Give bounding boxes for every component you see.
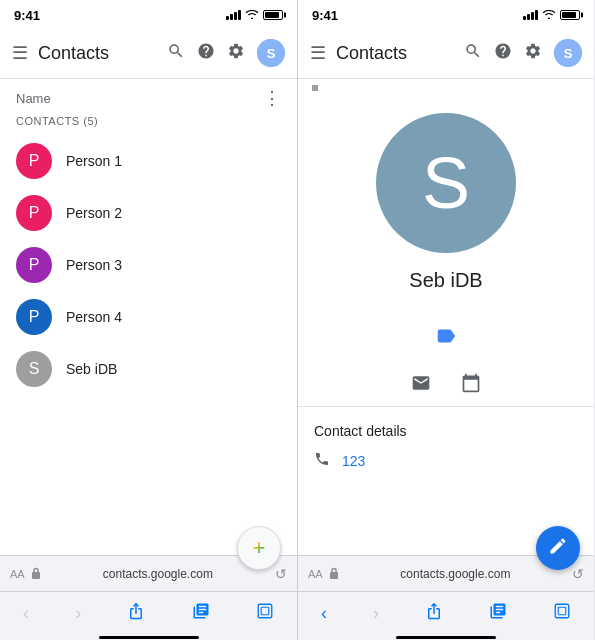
edit-contact-fab[interactable] <box>536 526 580 570</box>
left-header-icons: S <box>167 39 285 67</box>
contact-name-person4: Person 4 <box>66 309 122 325</box>
left-browser-lock-icon <box>31 567 41 581</box>
left-nav-bookmarks[interactable] <box>184 594 218 633</box>
right-browser-aa[interactable]: AA <box>308 568 323 580</box>
contact-name-seb: Seb iDB <box>66 361 117 377</box>
contact-details-section: Contact details 123 <box>298 415 594 482</box>
contact-avatar-seb: S <box>16 351 52 387</box>
right-browser-reload-icon[interactable]: ↺ <box>572 566 584 582</box>
add-contact-fab[interactable]: + <box>237 526 281 570</box>
contact-email-action[interactable] <box>410 372 432 394</box>
detail-divider <box>298 406 594 407</box>
left-nav-tabs[interactable] <box>248 594 282 633</box>
right-search-icon[interactable] <box>464 42 482 64</box>
left-wifi-icon <box>245 9 259 21</box>
right-battery-icon <box>560 10 580 20</box>
contact-avatar-person1: P <box>16 143 52 179</box>
right-app-header: ☰ Contacts S <box>298 28 594 78</box>
svg-rect-2 <box>32 572 40 579</box>
more-options-icon[interactable]: ⋮ <box>263 87 281 109</box>
right-avatar-inner: S <box>554 39 582 67</box>
contacts-count: CONTACTS (5) <box>0 113 297 135</box>
contact-large-avatar: S <box>376 113 516 253</box>
right-phone-panel: 9:41 ☰ Contacts <box>297 0 594 640</box>
svg-text:S: S <box>564 46 573 61</box>
contact-detail-content: S Seb iDB Contact details <box>298 79 594 555</box>
contact-avatar-letter: S <box>422 142 470 224</box>
contact-avatar-person4: P <box>16 299 52 335</box>
left-phone-panel: 9:41 ☰ Contacts <box>0 0 297 640</box>
contact-item-person4[interactable]: P Person 4 <box>0 291 297 343</box>
svg-rect-3 <box>258 604 272 618</box>
left-nav-share[interactable] <box>119 594 153 633</box>
right-home-bar <box>298 635 594 640</box>
contact-name-person1: Person 1 <box>66 153 122 169</box>
right-browser-url: contacts.google.com <box>345 567 566 581</box>
contact-details-title: Contact details <box>314 423 578 439</box>
left-search-icon[interactable] <box>167 42 185 64</box>
right-nav-bar: ‹ › <box>298 591 594 635</box>
contact-item-person2[interactable]: P Person 2 <box>0 187 297 239</box>
right-home-bar-line <box>396 636 496 639</box>
svg-rect-9 <box>558 607 566 615</box>
right-settings-icon[interactable] <box>524 42 542 64</box>
left-browser-reload-icon[interactable]: ↺ <box>275 566 287 582</box>
svg-rect-8 <box>555 604 569 618</box>
left-app-header: ☰ Contacts S <box>0 28 297 78</box>
right-browser-lock-icon <box>329 567 339 581</box>
left-nav-forward[interactable]: › <box>67 595 89 632</box>
right-nav-forward[interactable]: › <box>365 595 387 632</box>
contact-avatar-person3: P <box>16 247 52 283</box>
contact-item-person3[interactable]: P Person 3 <box>0 239 297 291</box>
right-nav-tabs[interactable] <box>545 594 579 633</box>
left-app-title: Contacts <box>38 43 157 64</box>
contact-action-icons <box>298 308 594 364</box>
left-browser-url: contacts.google.com <box>47 567 269 581</box>
right-user-avatar[interactable]: S <box>554 39 582 67</box>
sort-header: Name ⋮ <box>0 79 297 113</box>
contact-phone-row: 123 <box>314 447 578 474</box>
left-status-bar: 9:41 <box>0 0 297 28</box>
contact-avatar-person2: P <box>16 195 52 231</box>
right-nav-back[interactable]: ‹ <box>313 595 335 632</box>
right-wifi-icon <box>542 9 556 21</box>
left-user-avatar[interactable]: S <box>257 39 285 67</box>
left-settings-icon[interactable] <box>227 42 245 64</box>
sort-label: Name <box>16 91 51 106</box>
svg-rect-4 <box>261 607 269 615</box>
right-status-bar: 9:41 <box>298 0 594 28</box>
left-hamburger-icon[interactable]: ☰ <box>12 42 28 64</box>
right-header-icons: S <box>464 39 582 67</box>
contact-item-person1[interactable]: P Person 1 <box>0 135 297 187</box>
contact-full-name: Seb iDB <box>298 269 594 292</box>
right-status-icons <box>523 9 580 21</box>
left-home-bar-line <box>99 636 199 639</box>
left-nav-back[interactable]: ‹ <box>15 595 37 632</box>
detail-indicator-dot <box>312 85 318 91</box>
edit-contact-fab-icon <box>548 536 568 561</box>
contacts-list-section: Name ⋮ CONTACTS (5) P Person 1 P Person … <box>0 79 297 555</box>
left-nav-bar: ‹ › <box>0 591 297 635</box>
contact-secondary-actions <box>298 364 594 398</box>
left-help-icon[interactable] <box>197 42 215 64</box>
right-status-time: 9:41 <box>312 8 338 23</box>
contact-item-seb[interactable]: S Seb iDB <box>0 343 297 395</box>
left-home-bar <box>0 635 297 640</box>
contact-label-action[interactable] <box>426 316 466 356</box>
left-signal-icon <box>226 10 241 20</box>
svg-text:S: S <box>267 46 276 61</box>
contact-phone-number[interactable]: 123 <box>342 453 365 469</box>
contact-calendar-action[interactable] <box>460 372 482 394</box>
right-app-title: Contacts <box>336 43 454 64</box>
right-signal-icon <box>523 10 538 20</box>
left-browser-aa[interactable]: AA <box>10 568 25 580</box>
left-avatar-inner: S <box>257 39 285 67</box>
right-nav-bookmarks[interactable] <box>481 594 515 633</box>
contact-name-person3: Person 3 <box>66 257 122 273</box>
left-status-icons <box>226 9 283 21</box>
svg-rect-7 <box>330 572 338 579</box>
right-hamburger-icon[interactable]: ☰ <box>310 42 326 64</box>
add-contact-fab-icon: + <box>253 535 266 561</box>
right-nav-share[interactable] <box>417 594 451 633</box>
right-help-icon[interactable] <box>494 42 512 64</box>
